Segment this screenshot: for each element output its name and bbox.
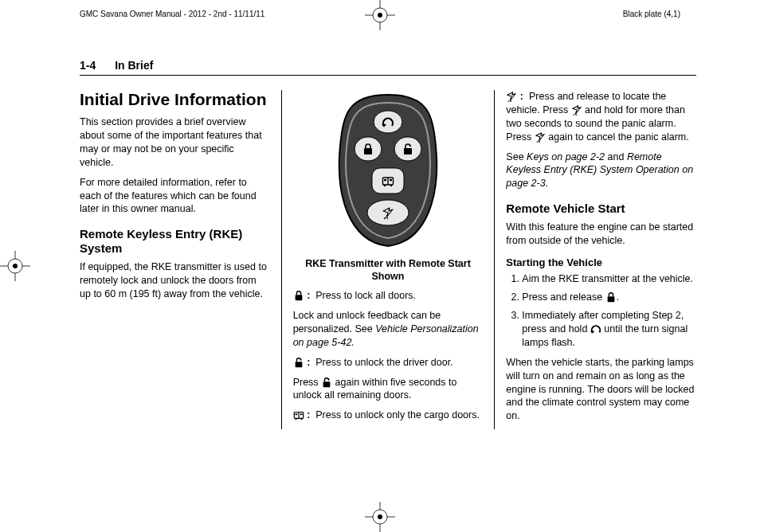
heading-initial-drive: Initial Drive Information: [80, 90, 270, 109]
remote-start-icon: [590, 323, 601, 334]
paragraph: : Press and release to locate the vehicl…: [506, 90, 696, 144]
section-title: In Brief: [115, 59, 153, 72]
column-2: RKE Transmitter with Remote Start Shown …: [282, 90, 496, 429]
paragraph: : Press to unlock the driver door.: [293, 356, 484, 370]
paragraph: If equipped, the RKE transmitter is used…: [80, 260, 270, 301]
content-columns: Initial Drive Information This section p…: [80, 90, 696, 429]
text: Press and release: [522, 291, 605, 303]
paragraph: This section provides a brief overview a…: [80, 115, 270, 170]
text: and: [605, 151, 627, 162]
page-number: 1-4: [80, 59, 96, 72]
print-header-right: Black plate (4,1): [623, 10, 680, 18]
print-header-left: GMC Savana Owner Manual - 2012 - 2nd - 1…: [80, 10, 264, 18]
heading-remote-start: Remote Vehicle Start: [506, 201, 696, 216]
running-head: 1-4 In Brief: [80, 59, 696, 76]
text: See: [506, 151, 527, 162]
list-item: Press and release .: [522, 291, 696, 304]
crop-mark-icon: [365, 0, 395, 30]
column-1: Initial Drive Information This section p…: [80, 90, 282, 429]
lock-icon: [293, 290, 304, 301]
unlock-icon: [321, 377, 332, 388]
paragraph: For more detailed information, refer to …: [80, 176, 270, 217]
paragraph: See Keys on page 2-2 and Remote Keyless …: [506, 151, 696, 191]
xref: Keys on page 2-2: [527, 151, 605, 162]
procedure-list: Aim the RKE transmitter at the vehicle. …: [506, 272, 696, 349]
heading-starting-vehicle: Starting the Vehicle: [506, 256, 696, 270]
crop-mark-icon: [0, 251, 30, 281]
list-item: Immediately after completing Step 2, pre…: [522, 309, 696, 350]
paragraph: : Press to unlock only the cargo doors.: [293, 409, 484, 422]
unlock-icon: [293, 357, 304, 368]
panic-icon: [506, 91, 517, 102]
text: .: [617, 291, 619, 303]
figure-caption: RKE Transmitter with Remote Start Shown: [293, 258, 484, 283]
list-item: Aim the RKE transmitter at the vehicle.: [522, 272, 696, 286]
lock-icon: [605, 291, 617, 303]
remote-illustration: [293, 90, 484, 253]
cargo-icon: [293, 409, 304, 421]
column-3: : Press and release to locate the vehicl…: [495, 90, 696, 429]
heading-rke: Remote Keyless Entry (RKE) System: [80, 227, 270, 256]
paragraph: : Press to lock all doors.: [293, 289, 484, 303]
panic-icon: [535, 131, 546, 143]
panic-icon: [571, 104, 582, 115]
paragraph: With this feature the engine can be star…: [506, 221, 696, 248]
svg-point-17: [374, 111, 402, 133]
paragraph: Press again within five seconds to unloc…: [293, 376, 484, 403]
text: again to cancel the panic alarm.: [546, 131, 689, 143]
text: Press to lock all doors.: [315, 290, 416, 301]
text: Press to unlock the driver door.: [315, 357, 452, 368]
paragraph: When the vehicle starts, the parking lam…: [506, 356, 696, 423]
text: Press to unlock only the cargo doors.: [315, 409, 480, 421]
text: Press: [293, 377, 321, 388]
page-body: 1-4 In Brief Initial Drive Information T…: [80, 59, 696, 508]
paragraph: Lock and unlock feedback can be personal…: [293, 309, 484, 350]
